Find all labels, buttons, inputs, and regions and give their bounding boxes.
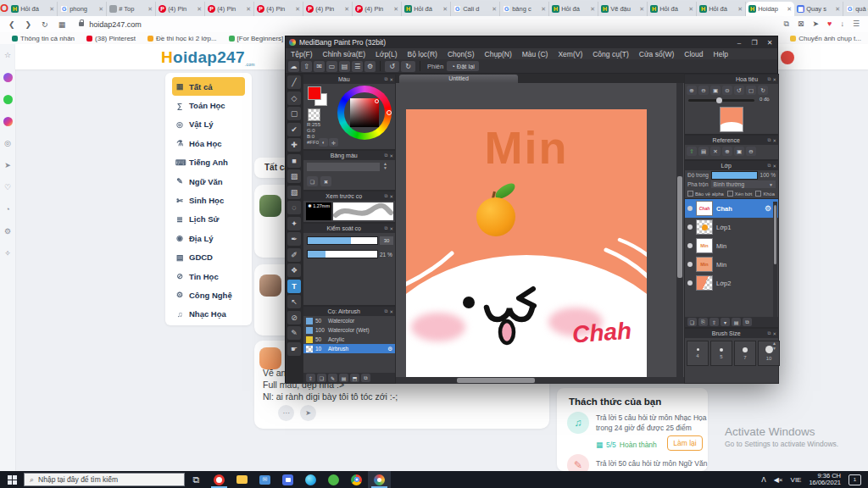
menu-help[interactable]: Help (709, 50, 733, 58)
url-text[interactable]: hoidap247.com (89, 20, 142, 29)
visibility-icon[interactable] (687, 225, 693, 230)
brush-toolbar-button[interactable]: ✎ (328, 374, 337, 382)
site-logo[interactable]: Hoidap247.com (161, 48, 255, 67)
menu-công cụ[interactable]: Công cụ(T) (587, 50, 634, 58)
retry-button[interactable]: Làm lại (667, 435, 703, 451)
close-icon[interactable]: ✕ (772, 77, 776, 82)
layer-toolbar-button[interactable]: ⎘ (698, 318, 708, 326)
checkbox[interactable] (687, 191, 693, 197)
heart-icon[interactable]: ♥ (827, 19, 832, 29)
text-tool[interactable]: T (287, 280, 301, 293)
settings-icon[interactable]: ⚙ (0, 220, 15, 242)
brush-size-cell[interactable]: 10 (758, 341, 780, 366)
brush-size-slider[interactable] (307, 236, 378, 245)
bookmark-right[interactable]: Chuyển ảnh chụp t... (790, 35, 868, 42)
avatar[interactable] (259, 195, 281, 217)
taskbar-explorer[interactable] (231, 471, 253, 488)
layer-row[interactable]: MinMin (685, 255, 778, 274)
popout-icon[interactable]: ⧉ (767, 76, 771, 82)
speed-dial-icon[interactable]: ▦ (58, 20, 66, 29)
fg-color-swatch[interactable] (308, 86, 321, 100)
sidebar-item-sinh-học[interactable]: ✄Sinh Học (172, 191, 245, 209)
sidebar-item-nhạc-họa[interactable]: ♫Nhạc Họa (172, 305, 245, 324)
sidebar-item-địa-lý[interactable]: ◉Địa Lý (172, 229, 245, 247)
opacity-slider[interactable] (711, 171, 758, 180)
tab-close-icon[interactable]: ✕ (541, 6, 546, 13)
popout-icon[interactable]: ⧉ (767, 163, 771, 169)
tab-close-icon[interactable]: ✕ (98, 6, 103, 13)
browser-tab[interactable]: Gquả ca✕ (843, 2, 868, 16)
navigator-thumbnail[interactable] (720, 107, 743, 132)
sv-cursor[interactable] (375, 99, 379, 103)
reset-button[interactable]: ◔Đặt lại (447, 61, 479, 71)
visibility-icon[interactable] (687, 280, 693, 286)
taskbar-meet[interactable] (276, 471, 299, 488)
back-button[interactable]: ❮ (8, 20, 15, 29)
zoom-out-button[interactable]: ⊖ (698, 86, 709, 95)
close-icon[interactable]: ✕ (389, 226, 393, 231)
layer-toolbar-button[interactable]: ⧉ (743, 318, 752, 326)
tab-close-icon[interactable]: ✕ (295, 6, 300, 13)
layer-toolbar-button[interactable]: ▤ (732, 318, 741, 326)
eyedropper-tool[interactable]: ✒ (287, 232, 301, 246)
stamp-tool[interactable]: ❖ (287, 263, 301, 277)
fit-button[interactable]: ▣ (710, 86, 721, 95)
sidebar-item-vật-lý[interactable]: ◎Vật Lý (172, 115, 245, 134)
popout-icon[interactable]: ⧉ (384, 225, 387, 231)
close-box-icon[interactable]: ⊠ (798, 19, 804, 29)
gear-icon[interactable]: ⚙ (765, 204, 771, 213)
menu-cửa sổ[interactable]: Cửa sổ(W) (634, 50, 680, 58)
rotate-right-button[interactable]: ↻ (758, 86, 768, 95)
brush-toolbar-button[interactable]: ▤ (339, 374, 348, 382)
checkbox[interactable] (755, 191, 761, 197)
tab-close-icon[interactable]: ✕ (147, 6, 153, 13)
browser-tab[interactable]: HHỏi đá✕ (697, 2, 746, 16)
layer-toolbar-button[interactable]: ❏ (687, 318, 697, 326)
browser-tab[interactable]: GCali d✕ (451, 2, 500, 16)
palette-pick-button[interactable]: ✛ (329, 138, 338, 147)
layer-toolbar-button[interactable]: ⇧ (709, 318, 719, 326)
tab-close-icon[interactable]: ✕ (590, 6, 595, 13)
instagram-icon[interactable] (0, 110, 15, 132)
brush-size-cell[interactable]: 7 (734, 341, 756, 366)
palette-scroll[interactable]: ▲▼ (383, 162, 387, 170)
taskbar-green-app[interactable] (322, 471, 345, 488)
clear-button[interactable]: ✕ (710, 147, 721, 156)
brush-toolbar-button[interactable]: ⬒ (350, 374, 359, 382)
popout-icon[interactable]: ⧉ (767, 137, 771, 143)
sidebar-item-tất-cả[interactable]: ▦Tất cả (172, 77, 245, 96)
pen-tool[interactable]: ✎ (287, 326, 301, 340)
favorites-icon[interactable]: ♡ (0, 176, 15, 198)
browser-tab[interactable]: HHỏi đá✕ (402, 2, 451, 16)
magic-wand-tool[interactable]: ✦ (287, 217, 301, 230)
reset-view-button[interactable]: ▢ (746, 86, 756, 95)
close-icon[interactable]: ✕ (389, 194, 393, 199)
task-view-button[interactable]: ⧉ (185, 471, 208, 488)
browser-tab[interactable]: HHoidap✕ (746, 2, 794, 16)
brush-toolbar-button[interactable]: ⧉ (361, 374, 370, 382)
close-icon[interactable]: ✕ (772, 164, 776, 169)
delete-palette-button[interactable]: ✖ (320, 176, 331, 186)
pen-edit-tool[interactable]: ✐ (287, 248, 301, 262)
taskbar-search[interactable]: ⌕ Nhập tại đây để tìm kiếm (24, 473, 185, 486)
sidebar-item-gdcd[interactable]: ▤GDCD (172, 248, 245, 267)
clock[interactable]: 9:36 CH 16/06/2021 (809, 473, 841, 487)
upload-button[interactable]: ⇧ (301, 61, 312, 72)
tab-close-icon[interactable]: ✕ (492, 6, 497, 13)
menu-tệp[interactable]: Tệp(F) (286, 50, 318, 58)
browser-tab[interactable]: HHỏi đá✕ (648, 2, 697, 16)
menu-chụp[interactable]: Chụp(N) (480, 50, 517, 58)
browser-tab[interactable]: P(4) Pin✕ (254, 2, 303, 16)
taskbar-edge[interactable] (299, 471, 322, 488)
canvas-hscrollbar[interactable] (396, 377, 684, 384)
eraser-tool[interactable]: ◇ (287, 92, 301, 105)
sidebar-item-toán-học[interactable]: ∑Toán Học (172, 96, 245, 114)
browser-tab[interactable]: Gbảng c✕ (500, 2, 549, 16)
player-icon[interactable]: ◎ (0, 132, 15, 154)
browser-tab[interactable]: P(4) Pin✕ (205, 2, 254, 16)
taskbar-medibang[interactable] (368, 471, 391, 488)
tab-close-icon[interactable]: ✕ (49, 6, 54, 13)
menu-chọn[interactable]: Chọn(S) (442, 50, 480, 58)
popout-icon[interactable]: ⧉ (767, 330, 771, 336)
tab-close-icon[interactable]: ✕ (688, 6, 693, 13)
